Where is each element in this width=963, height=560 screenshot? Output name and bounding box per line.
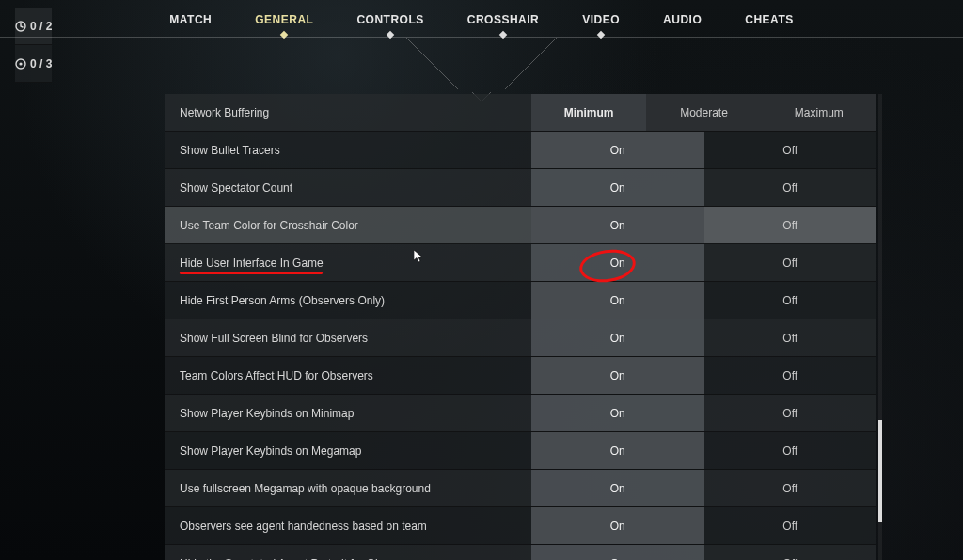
tab-controls[interactable]: CONTROLS bbox=[356, 13, 423, 34]
tab-label: GENERAL bbox=[255, 13, 313, 26]
setting-options: OnOff bbox=[531, 282, 876, 319]
setting-label: Hide First Person Arms (Observers Only) bbox=[165, 294, 531, 307]
setting-label: Network Buffering bbox=[165, 106, 531, 119]
option-on[interactable]: On bbox=[531, 470, 704, 506]
setting-label: Hide User Interface In Game bbox=[165, 257, 531, 270]
option-on[interactable]: On bbox=[531, 395, 704, 431]
tab-audio[interactable]: AUDIO bbox=[663, 13, 702, 34]
setting-label: Use fullscreen Megamap with opaque backg… bbox=[165, 482, 531, 495]
target-icon bbox=[15, 58, 26, 70]
setting-options: OnOff bbox=[531, 395, 876, 431]
option-on[interactable]: On bbox=[531, 207, 704, 243]
option-off[interactable]: Off bbox=[704, 132, 877, 168]
setting-label: Hide the Spectated Agent Portrait for Ob… bbox=[165, 557, 531, 561]
setting-row: Use Team Color for Crosshair ColorOnOff bbox=[165, 207, 876, 244]
setting-row: Network BufferingMinimumModerateMaximum bbox=[165, 94, 876, 132]
setting-row: Use fullscreen Megamap with opaque backg… bbox=[165, 470, 876, 507]
option-on[interactable]: On bbox=[531, 244, 704, 281]
option-on[interactable]: On bbox=[531, 357, 704, 394]
option-off[interactable]: Off bbox=[704, 507, 877, 544]
settings-scrollbar[interactable] bbox=[878, 94, 882, 560]
tab-label: CROSSHAIR bbox=[467, 13, 540, 26]
option-on[interactable]: On bbox=[531, 545, 704, 560]
option-off[interactable]: Off bbox=[704, 432, 877, 469]
setting-label: Observers see agent handedness based on … bbox=[165, 520, 531, 533]
option-off[interactable]: Off bbox=[704, 207, 877, 243]
setting-options: OnOff bbox=[531, 319, 876, 356]
setting-row: Observers see agent handedness based on … bbox=[165, 507, 876, 545]
option-on[interactable]: On bbox=[531, 319, 704, 356]
option-off[interactable]: Off bbox=[704, 319, 877, 356]
diamond-icon bbox=[597, 31, 605, 39]
setting-options: OnOff bbox=[531, 470, 876, 506]
option-off[interactable]: Off bbox=[704, 395, 877, 431]
tab-general[interactable]: GENERAL bbox=[255, 13, 313, 34]
option-off[interactable]: Off bbox=[704, 282, 877, 319]
setting-row: Show Spectator CountOnOff bbox=[165, 169, 876, 207]
counter-2: 0 / 3 bbox=[30, 57, 52, 70]
option-on[interactable]: On bbox=[531, 507, 704, 544]
setting-label: Show Bullet Tracers bbox=[165, 144, 531, 157]
settings-nav: MATCHGENERALCONTROLSCROSSHAIRVIDEOAUDIOC… bbox=[0, 0, 963, 38]
option-on[interactable]: On bbox=[531, 132, 704, 168]
option-maximum[interactable]: Maximum bbox=[762, 94, 876, 131]
setting-label: Use Team Color for Crosshair Color bbox=[165, 219, 531, 232]
setting-options: OnOff bbox=[531, 357, 876, 394]
option-on[interactable]: On bbox=[531, 282, 704, 319]
setting-options: OnOff bbox=[531, 432, 876, 469]
setting-row: Show Player Keybinds on MegamapOnOff bbox=[165, 432, 876, 470]
tab-match[interactable]: MATCH bbox=[169, 13, 212, 34]
setting-row: Hide User Interface In GameOnOff bbox=[165, 244, 876, 282]
option-off[interactable]: Off bbox=[704, 545, 877, 560]
option-off[interactable]: Off bbox=[704, 470, 877, 506]
setting-options: OnOff bbox=[531, 169, 876, 206]
diamond-icon bbox=[387, 31, 394, 39]
setting-row: Hide the Spectated Agent Portrait for Ob… bbox=[165, 545, 876, 560]
setting-label: Team Colors Affect HUD for Observers bbox=[165, 369, 531, 382]
option-off[interactable]: Off bbox=[704, 357, 877, 394]
setting-options: MinimumModerateMaximum bbox=[531, 94, 876, 131]
settings-panel: Network BufferingMinimumModerateMaximumS… bbox=[165, 94, 876, 560]
option-minimum[interactable]: Minimum bbox=[531, 94, 646, 131]
setting-label: Show Full Screen Blind for Observers bbox=[165, 332, 531, 345]
tab-label: CONTROLS bbox=[356, 13, 423, 26]
setting-label: Show Player Keybinds on Megamap bbox=[165, 444, 531, 458]
tab-label: VIDEO bbox=[582, 13, 620, 26]
setting-row: Team Colors Affect HUD for ObserversOnOf… bbox=[165, 357, 876, 395]
svg-point-2 bbox=[19, 62, 22, 65]
tab-video[interactable]: VIDEO bbox=[582, 13, 620, 34]
diamond-icon bbox=[280, 31, 288, 39]
scrollbar-thumb[interactable] bbox=[878, 420, 882, 522]
setting-options: OnOff bbox=[531, 132, 876, 168]
tab-cheats[interactable]: CHEATS bbox=[745, 13, 793, 34]
setting-row: Show Bullet TracersOnOff bbox=[165, 132, 876, 169]
setting-row: Show Player Keybinds on MinimapOnOff bbox=[165, 395, 876, 432]
option-moderate[interactable]: Moderate bbox=[646, 94, 761, 131]
setting-options: OnOff bbox=[531, 207, 876, 243]
option-off[interactable]: Off bbox=[704, 244, 877, 281]
tab-crosshair[interactable]: CROSSHAIR bbox=[467, 13, 540, 34]
tab-label: AUDIO bbox=[663, 13, 702, 26]
option-off[interactable]: Off bbox=[704, 169, 877, 206]
setting-row: Hide First Person Arms (Observers Only)O… bbox=[165, 282, 876, 319]
tab-label: MATCH bbox=[169, 13, 212, 26]
diamond-icon bbox=[499, 31, 507, 39]
tab-label: CHEATS bbox=[745, 13, 793, 26]
option-on[interactable]: On bbox=[531, 432, 704, 469]
option-on[interactable]: On bbox=[531, 169, 704, 206]
setting-options: OnOff bbox=[531, 545, 876, 560]
setting-row: Show Full Screen Blind for ObserversOnOf… bbox=[165, 319, 876, 357]
setting-options: OnOff bbox=[531, 507, 876, 544]
setting-label: Show Player Keybinds on Minimap bbox=[165, 407, 531, 420]
setting-label: Show Spectator Count bbox=[165, 181, 531, 194]
setting-options: OnOff bbox=[531, 244, 876, 281]
